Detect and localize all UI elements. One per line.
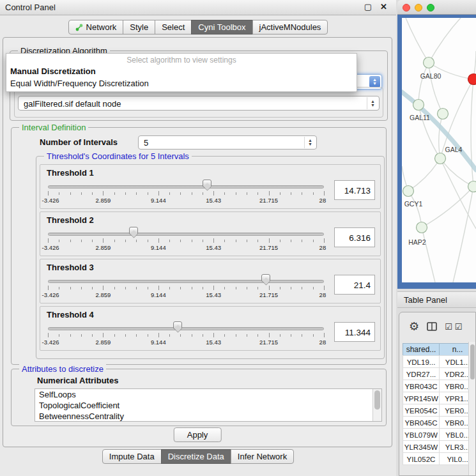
table-cell[interactable]: YLR345W (403, 440, 440, 453)
threshold-value-field[interactable]: 11.344 (334, 322, 375, 342)
attribute-item[interactable]: BetweennessCentrality (35, 411, 381, 422)
table-cell[interactable]: YER054C (403, 404, 440, 417)
scrollbar-thumb[interactable] (470, 344, 475, 380)
network-node[interactable] (468, 181, 476, 192)
table-row[interactable]: YBL079WYBL0... (403, 429, 475, 441)
table-cell[interactable]: YIL052C (403, 452, 440, 465)
tab-label: Discretize Data (168, 452, 224, 461)
minimize-traffic-light-icon[interactable] (415, 4, 422, 12)
tick-mark (125, 334, 126, 337)
threshold-slider[interactable]: -3.4262.8599.14415.4321.71528 (48, 227, 324, 254)
algorithm-option[interactable]: Equal Width/Frequency Discretization (6, 77, 357, 89)
table-columns-icon[interactable] (427, 322, 437, 331)
slider-thumb[interactable] (129, 227, 138, 234)
slider-track[interactable] (48, 280, 324, 283)
table-row[interactable]: YDL19...YDL1... (403, 356, 475, 368)
threshold-value-field[interactable]: 6.316 (334, 227, 375, 247)
table-cell[interactable]: YPR145W (403, 392, 440, 404)
attribute-item[interactable]: SelfLoops (35, 389, 381, 400)
float-window-icon[interactable]: ▢ (364, 2, 372, 12)
network-node[interactable] (413, 100, 424, 111)
combobox-stepper-icon[interactable]: ▲▼ (367, 97, 378, 109)
close-icon[interactable]: ✕ (380, 2, 387, 12)
slider-track[interactable] (48, 233, 324, 236)
slider-thumb[interactable] (203, 180, 211, 187)
table-header-cell[interactable]: shared... (403, 343, 440, 356)
slider-thumb[interactable] (261, 274, 270, 282)
number-of-intervals-combobox[interactable]: 5 ▲▼ (138, 135, 317, 150)
table-row[interactable]: YDR27...YDR2... (403, 368, 475, 380)
checkbox-icon[interactable]: ☑ (455, 323, 463, 331)
tick-mark (313, 334, 314, 337)
network-edge (418, 63, 429, 105)
combobox-stepper-icon[interactable]: ▲▼ (369, 76, 380, 88)
tab-cyni-toolbox[interactable]: Cyni Toolbox (191, 20, 252, 35)
network-node[interactable] (424, 58, 434, 68)
tick-mark (324, 286, 325, 290)
scrollbar-thumb[interactable] (374, 390, 380, 410)
slider-track[interactable] (48, 327, 324, 330)
node-label: GAL80 (420, 72, 441, 80)
zoom-traffic-light-icon[interactable] (427, 4, 434, 12)
network-node[interactable] (438, 109, 449, 119)
threshold-row: -3.4262.8599.14415.4321.7152814.713 (45, 180, 375, 206)
table-row[interactable]: YLR345WYLR3... (403, 441, 475, 453)
threshold-slider[interactable]: -3.4262.8599.14415.4321.71528 (48, 321, 324, 348)
attributes-list[interactable]: SelfLoopsTopologicalCoefficientBetweenne… (35, 388, 382, 422)
tick-mark (70, 240, 71, 242)
network-graph[interactable]: GAL80GAL11GAL4GCY1HAP2 (402, 18, 476, 282)
table-cell[interactable]: YBL079W (403, 428, 440, 441)
attributes-scrollbar[interactable] (372, 389, 381, 421)
cyni-toolbox-panel: Discretization Algorithm ▲▼ Table Data g… (3, 37, 392, 447)
combobox-stepper-icon[interactable]: ▲▼ (304, 137, 316, 148)
tick-mark (81, 287, 82, 289)
tick-mark (81, 240, 82, 242)
threshold-label: Threshold 4 (47, 310, 375, 319)
table-cell[interactable]: YDR27... (403, 367, 440, 380)
tab-jactivemnodules[interactable]: jActiveMNodules (252, 20, 328, 35)
algorithm-option[interactable]: Manual Discretization (6, 65, 357, 77)
control-panel-window: Control Panel ▢ ✕ NetworkStyleSelectCyni… (0, 0, 396, 476)
table-row[interactable]: YER054CYER0... (403, 404, 475, 417)
threshold-value-field[interactable]: 14.713 (334, 180, 375, 200)
checkbox-icon[interactable]: ☑ (445, 323, 452, 331)
slider-track[interactable] (48, 185, 324, 188)
network-node-highlighted[interactable] (468, 74, 476, 85)
table-cell[interactable]: YBR043C (403, 380, 440, 392)
tick-mark (224, 240, 225, 242)
table-cell[interactable]: YDL19... (403, 355, 440, 368)
network-node[interactable] (417, 222, 427, 233)
tick-mark (324, 333, 325, 337)
threshold-slider[interactable]: -3.4262.8599.14415.4321.71528 (48, 274, 324, 301)
slider-thumb[interactable] (173, 321, 182, 329)
tab-infer-network[interactable]: Infer Network (231, 449, 294, 464)
threshold-slider[interactable]: -3.4262.8599.14415.4321.71528 (48, 180, 324, 206)
table-scrollbar[interactable] (468, 342, 475, 475)
tab-impute-data[interactable]: Impute Data (102, 449, 162, 464)
network-node[interactable] (403, 186, 414, 197)
table-row[interactable]: YIL052CYIL0... (403, 453, 475, 465)
table-cell[interactable]: YBR045C (403, 416, 440, 429)
threshold-value-field[interactable]: 21.4 (334, 275, 375, 295)
network-canvas[interactable]: GAL80GAL11GAL4GCY1HAP2 (402, 18, 476, 282)
table-row[interactable]: YPR145WYPR1... (403, 392, 475, 404)
gear-icon[interactable]: ⚙ (409, 321, 419, 332)
tick-mark (148, 192, 148, 195)
apply-button[interactable]: Apply (174, 427, 222, 442)
table-row[interactable]: YBR045CYBR0... (403, 417, 475, 429)
tab-network[interactable]: Network (68, 20, 124, 35)
tick-mark (257, 240, 258, 242)
table-data-combobox[interactable]: galFiltered.sif default node ▲▼ (18, 96, 380, 111)
tab-discretize-data[interactable]: Discretize Data (161, 449, 231, 464)
tab-style[interactable]: Style (123, 20, 155, 35)
close-traffic-light-icon[interactable] (403, 4, 410, 12)
tab-select[interactable]: Select (155, 20, 192, 35)
tick-mark (236, 240, 236, 242)
number-of-intervals-label: Number of Intervals (40, 137, 118, 147)
tick-mark (257, 287, 258, 289)
tick-mark (203, 240, 203, 242)
attribute-item[interactable]: TopologicalCoefficient (35, 400, 381, 411)
table-row[interactable]: YBR043CYBR0... (403, 380, 475, 392)
tick-mark (291, 334, 291, 337)
network-node[interactable] (435, 153, 446, 164)
